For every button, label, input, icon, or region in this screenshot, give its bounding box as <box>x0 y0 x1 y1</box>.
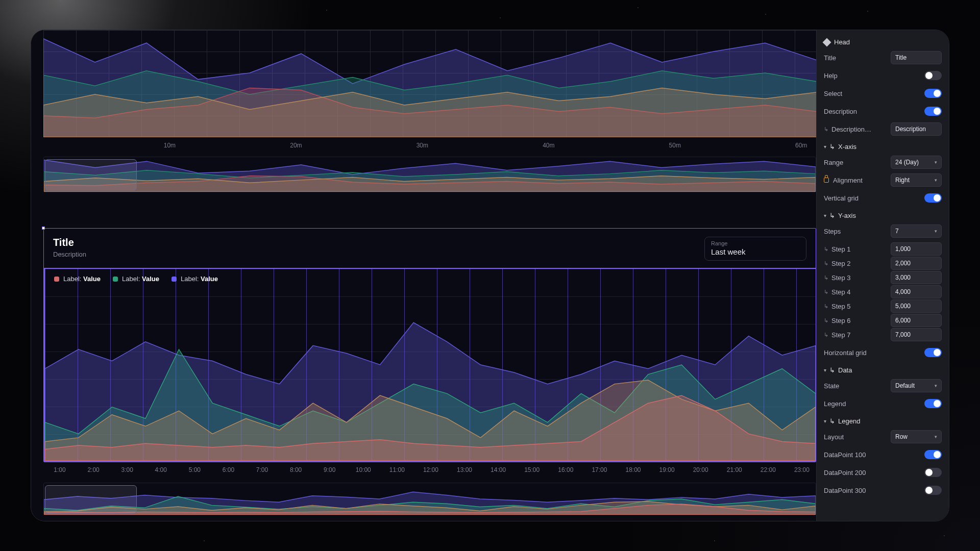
scrubber-window[interactable] <box>45 159 137 191</box>
legend-label: Label: Value <box>181 275 218 283</box>
prop-state-select[interactable]: Default▾ <box>891 379 942 392</box>
section-xaxis[interactable]: ▾ ↳ X-axis <box>824 140 942 152</box>
prop-desc-label: Description <box>824 108 857 115</box>
prop-dp300-toggle[interactable] <box>924 486 942 495</box>
chevron-down-icon: ▾ <box>935 434 937 439</box>
prop-dp200-label: DataPoint 200 <box>824 469 866 477</box>
selected-component[interactable]: Title Description Range Last week Label:… <box>43 228 816 515</box>
range-label: Range <box>711 240 800 246</box>
chevron-down-icon: ▾ <box>824 367 826 373</box>
properties-panel: Head Title Help Select Description ↳Desc… <box>816 30 949 521</box>
prop-desc-toggle[interactable] <box>924 107 942 116</box>
chevron-down-icon: ▾ <box>824 213 826 218</box>
prop-dp100-toggle[interactable] <box>924 450 942 459</box>
range-value: Last week <box>711 247 800 256</box>
app-window: 10m20m30m40m50m60m Title Description Ran… <box>31 30 949 521</box>
legend-item[interactable]: Label: Value <box>54 275 101 283</box>
prop-step-label: ↳Step 3 <box>824 274 851 282</box>
prop-step-input[interactable] <box>891 257 942 270</box>
section-label: X-axis <box>838 143 856 151</box>
prop-step-input[interactable] <box>891 299 942 313</box>
section-yaxis[interactable]: ▾ ↳ Y-axis <box>824 209 942 220</box>
chart-main-scrubber[interactable] <box>43 483 816 515</box>
prop-step-label: ↳Step 5 <box>824 303 851 310</box>
legend-item[interactable]: Label: Value <box>172 275 218 283</box>
selection-handle[interactable] <box>42 227 45 230</box>
chart-legend: Label: ValueLabel: ValueLabel: Value <box>54 275 218 283</box>
prop-align-label: Alignment <box>824 177 863 184</box>
prop-desc-text-label: ↳Description… <box>824 126 871 133</box>
section-label: Data <box>838 366 852 374</box>
chevron-down-icon: ▾ <box>935 229 937 234</box>
scrubber-window[interactable] <box>45 485 137 514</box>
chart-top-scrubber[interactable] <box>43 157 816 192</box>
prop-xrange-label: Range <box>824 159 843 166</box>
section-data[interactable]: ▾ ↳ Data <box>824 363 942 375</box>
prop-dp200-toggle[interactable] <box>924 468 942 477</box>
prop-hgrid-label: Horizontal grid <box>824 349 867 357</box>
prop-legend-toggle[interactable] <box>924 399 942 408</box>
prop-select-toggle[interactable] <box>924 89 942 98</box>
section-label: Y-axis <box>838 212 856 219</box>
prop-layout-select[interactable]: Row▾ <box>891 430 942 443</box>
prop-step-label: ↳Step 2 <box>824 260 851 267</box>
prop-steps-select[interactable]: 7▾ <box>891 224 942 238</box>
prop-vgrid-toggle[interactable] <box>924 193 942 203</box>
section-label: Legend <box>838 417 860 425</box>
legend-swatch <box>113 277 118 282</box>
legend-swatch <box>54 277 59 282</box>
legend-label: Label: Value <box>63 275 101 283</box>
card-description: Description <box>53 251 86 258</box>
prop-help-toggle[interactable] <box>924 71 942 80</box>
card-title: Title <box>53 237 86 248</box>
prop-dp300-label: DataPoint 300 <box>824 487 866 494</box>
legend-item[interactable]: Label: Value <box>113 275 159 283</box>
chevron-down-icon: ▾ <box>935 383 937 388</box>
chevron-down-icon: ▾ <box>824 418 826 424</box>
chevron-down-icon: ▾ <box>935 178 937 183</box>
prop-help-label: Help <box>824 72 838 80</box>
prop-hgrid-toggle[interactable] <box>924 348 942 357</box>
chevron-down-icon: ▾ <box>824 144 826 149</box>
chart-main: Label: ValueLabel: ValueLabel: Value <box>44 268 816 462</box>
card-header: Title Description Range Last week <box>44 229 816 266</box>
prop-step-input[interactable] <box>891 314 942 327</box>
prop-title-label: Title <box>824 54 836 62</box>
canvas: 10m20m30m40m50m60m Title Description Ran… <box>31 30 816 521</box>
prop-steps-label: Steps <box>824 228 841 235</box>
range-select[interactable]: Range Last week <box>704 237 806 261</box>
prop-dp100-label: DataPoint 100 <box>824 451 866 459</box>
prop-step-input[interactable] <box>891 242 942 256</box>
component-icon <box>823 38 831 46</box>
legend-label: Label: Value <box>122 275 159 283</box>
chevron-down-icon: ▾ <box>935 160 937 165</box>
prop-desc-text-input[interactable] <box>891 122 942 136</box>
prop-step-input[interactable] <box>891 328 942 341</box>
prop-align-select[interactable]: Right▾ <box>891 173 942 187</box>
prop-select-label: Select <box>824 90 842 97</box>
prop-step-label: ↳Step 4 <box>824 288 851 296</box>
chart-preview-top <box>43 30 816 137</box>
prop-step-input[interactable] <box>891 271 942 284</box>
section-legend[interactable]: ▾ ↳ Legend <box>824 414 942 426</box>
prop-step-label: ↳Step 7 <box>824 331 851 339</box>
prop-xrange-select[interactable]: 24 (Day)▾ <box>891 156 942 169</box>
section-head[interactable]: Head <box>824 35 942 47</box>
prop-vgrid-label: Vertical grid <box>824 194 859 202</box>
prop-step-input[interactable] <box>891 285 942 298</box>
chart-top-x-ticks: 10m20m30m40m50m60m <box>43 137 816 154</box>
section-label: Head <box>834 38 850 46</box>
lock-icon <box>824 178 829 183</box>
prop-legend-label: Legend <box>824 400 846 408</box>
prop-title-input[interactable] <box>891 51 942 64</box>
prop-state-label: State <box>824 382 839 390</box>
chart-main-x-ticks: 1:002:003:004:005:006:007:008:009:0010:0… <box>44 462 816 478</box>
prop-step-label: ↳Step 6 <box>824 317 851 324</box>
prop-layout-label: Layout <box>824 433 844 441</box>
prop-step-label: ↳Step 1 <box>824 245 851 253</box>
legend-swatch <box>172 277 177 282</box>
